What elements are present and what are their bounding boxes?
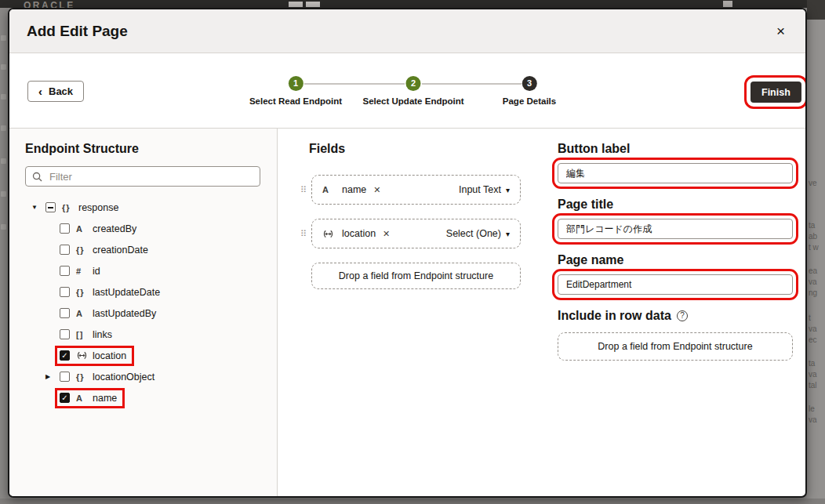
row-data-dropzone[interactable]: Drop a field from Endpoint structure	[558, 332, 793, 361]
tree-item-lastUpdateDate[interactable]: { } lastUpdateDate	[45, 281, 277, 303]
dialog-body: Endpoint Structure ▼ { } response A crea…	[9, 129, 805, 496]
tree-item-checkbox[interactable]	[60, 329, 70, 339]
tree-item-name[interactable]: ✓ A name	[45, 387, 277, 408]
tree-item-checkbox[interactable]	[60, 372, 70, 382]
field-control-select[interactable]: Select (One) ▾	[446, 228, 510, 239]
finish-button[interactable]: Finish	[750, 82, 801, 103]
background-fragment: ng	[809, 288, 817, 297]
tree-item-label: lastUpdateDate	[93, 287, 160, 298]
endpoint-structure-tree: ▼ { } response A createdBy { } creationD…	[25, 197, 277, 408]
filter-input[interactable]	[48, 170, 253, 183]
string-type-icon: A	[322, 185, 336, 194]
include-in-row-data-group: Include in row data? Drop a field from E…	[558, 309, 785, 361]
expand-toggle-icon[interactable]: ▶	[45, 373, 58, 380]
tree-item-label: creationDate	[93, 245, 148, 256]
background-fragment: va	[809, 415, 817, 424]
page-title-input[interactable]	[558, 219, 793, 239]
back-button-label: Back	[49, 85, 73, 97]
link-icon	[76, 351, 88, 360]
background-app-header: ORACLE	[0, 0, 825, 8]
stepper-step-page-details[interactable]: 3 Page Details	[503, 76, 556, 106]
wizard-toolbar: ‹ Back 1 Select Read Endpoint 2 Select U…	[9, 53, 805, 129]
stepper-step-select-update-endpoint[interactable]: 2 Select Update Endpoint	[362, 76, 463, 106]
tree-item-checkbox[interactable]	[45, 202, 56, 212]
field-card-name[interactable]: A name ✕ Input Text ▾	[311, 175, 521, 205]
string-type-icon: A	[76, 309, 90, 318]
tree-item-createdBy[interactable]: A createdBy	[45, 218, 277, 239]
page-title-group: Page title	[558, 198, 785, 239]
page-name-heading: Page name	[558, 253, 785, 267]
field-name: location	[342, 228, 376, 239]
tree-item-label: links	[93, 329, 112, 340]
background-toolbar-icon	[1, 224, 6, 230]
expand-toggle-icon[interactable]: ▼	[31, 204, 44, 211]
object-type-icon: { }	[76, 288, 90, 297]
tree-item-checkbox[interactable]: ✓	[60, 350, 70, 361]
page-name-group: Page name	[558, 253, 785, 295]
endpoint-structure-panel: Endpoint Structure ▼ { } response A crea…	[9, 129, 278, 496]
link-icon	[322, 230, 334, 238]
background-right-edge: vetaabt weavangtvaectavatalleva	[807, 0, 825, 499]
background-toolbar-icon	[1, 191, 6, 197]
tree-item-creationDate[interactable]: { } creationDate	[45, 239, 277, 260]
background-fragment: ta	[809, 221, 815, 230]
chevron-down-icon: ▾	[506, 230, 510, 238]
tree-item-label: locationObject	[93, 372, 154, 383]
endpoint-structure-heading: Endpoint Structure	[25, 142, 277, 156]
stepper-step-select-read-endpoint[interactable]: 1 Select Read Endpoint	[249, 76, 342, 106]
tree-item-checkbox[interactable]: ✓	[60, 393, 70, 403]
tree-item-id[interactable]: # id	[45, 260, 277, 281]
tree-item-links[interactable]: [ ] links	[45, 324, 277, 345]
step-number-badge: 1	[289, 76, 303, 91]
tree-item-lastUpdatedBy[interactable]: A lastUpdatedBy	[45, 303, 277, 324]
page-name-input[interactable]	[558, 274, 793, 295]
back-button[interactable]: ‹ Back	[27, 81, 84, 102]
tree-item-label: name	[93, 393, 117, 404]
filter-field[interactable]	[25, 166, 260, 187]
tree-item-checkbox[interactable]	[60, 287, 70, 297]
background-fragment: va	[809, 370, 817, 379]
field-row-name: ⠿ A name ✕ Input Text ▾	[299, 175, 550, 205]
background-toolbar-icon	[1, 94, 6, 100]
remove-field-icon[interactable]: ✕	[383, 229, 390, 239]
button-label-heading: Button label	[558, 142, 785, 156]
background-fragment: tal	[809, 381, 817, 390]
fields-dropzone[interactable]: Drop a field from Endpoint structure	[311, 263, 521, 289]
tree-item-checkbox[interactable]	[60, 308, 70, 318]
step-label: Page Details	[503, 96, 556, 106]
help-icon[interactable]: ?	[677, 310, 688, 321]
background-fragment: ve	[809, 179, 817, 187]
step-label: Select Read Endpoint	[249, 96, 342, 106]
oracle-logo: ORACLE	[24, 0, 75, 8]
background-fragment: ea	[809, 267, 817, 275]
object-type-icon: { }	[76, 372, 90, 382]
background-fragment: ab	[809, 232, 817, 241]
number-type-icon: #	[76, 267, 90, 276]
tree-item-checkbox[interactable]	[60, 223, 70, 234]
drag-handle-icon[interactable]: ⠿	[299, 229, 308, 239]
array-type-icon: [ ]	[76, 330, 90, 339]
background-toolbar-icon	[1, 35, 6, 41]
field-card-location[interactable]: location ✕ Select (One) ▾	[311, 219, 521, 248]
tree-item-locationObject[interactable]: ▶ { } locationObject	[45, 366, 277, 387]
tree-item-checkbox[interactable]	[60, 266, 70, 276]
tree-item-label: id	[93, 266, 100, 277]
search-icon	[32, 172, 42, 182]
add-edit-page-dialog: Add Edit Page × ‹ Back 1 Select Read End…	[8, 8, 807, 498]
background-toolbar-icon	[1, 64, 6, 70]
dialog-header: Add Edit Page ×	[9, 9, 805, 53]
page-title-heading: Page title	[558, 198, 785, 212]
tree-item-response[interactable]: ▼ { } response	[31, 197, 277, 218]
tree-item-checkbox[interactable]	[60, 245, 70, 255]
step-number-badge: 2	[405, 76, 420, 91]
remove-field-icon[interactable]: ✕	[373, 185, 380, 195]
close-icon[interactable]: ×	[773, 22, 788, 40]
background-fragment: t	[809, 314, 811, 322]
background-footer	[0, 499, 825, 504]
drag-handle-icon[interactable]: ⠿	[299, 185, 308, 195]
button-label-input[interactable]	[558, 163, 793, 183]
field-control-select[interactable]: Input Text ▾	[459, 184, 510, 195]
tree-item-location[interactable]: ✓ location	[45, 345, 277, 366]
background-tab	[306, 2, 320, 7]
tree-item-label: lastUpdatedBy	[93, 308, 156, 319]
